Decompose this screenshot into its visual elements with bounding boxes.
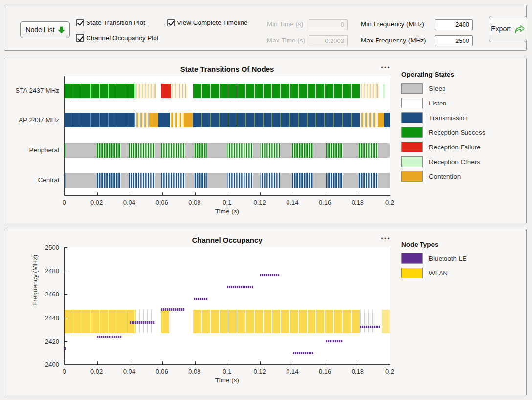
x-tick-label: 0.08: [184, 199, 205, 206]
legend-label: WLAN: [429, 270, 448, 277]
x-tick-label: 0.08: [184, 368, 205, 375]
checkbox-view-complete-timeline[interactable]: View Complete Timeline: [167, 19, 248, 26]
x-tick-mark: [293, 192, 293, 195]
segment-rx-success-blocks: [65, 84, 135, 98]
bluetooth-le-segment: [293, 352, 313, 354]
segment-contention: [135, 113, 150, 127]
legend-label: Sleep: [429, 85, 446, 92]
segment-contention-solid: [184, 113, 193, 127]
segment-ble-tx-band: [97, 173, 121, 188]
x-tick-label: 0.14: [282, 368, 303, 375]
legend-item-reception-others: Reception Others: [401, 156, 524, 167]
x-tick-mark: [162, 361, 163, 364]
row-label-peripheral: Peripheral: [29, 147, 59, 154]
row-label-ap-2437-mhz: AP 2437 MHz: [19, 116, 59, 124]
segment-rx-others: [383, 84, 385, 98]
x-tick-mark: [293, 361, 293, 364]
dropdown-arrow-icon: [58, 26, 65, 34]
bluetooth-le-segment: [260, 274, 280, 276]
x-tick-mark: [326, 192, 326, 195]
legend-item-wlan: WLAN: [401, 268, 524, 278]
segment-ble-rx-band: [227, 143, 253, 158]
axes-menu-icon[interactable]: •••: [376, 235, 396, 242]
timeline-cursor: [390, 76, 390, 196]
x-tick-label: 0: [53, 199, 75, 206]
segment-ble-tx-band: [129, 173, 155, 188]
wlan-segment-sparse: [360, 310, 375, 333]
export-button[interactable]: Export: [489, 16, 527, 42]
segment-tx-blocks: [193, 113, 359, 127]
y-tick-mark: [65, 318, 67, 318]
segment-ble-rx-band: [97, 143, 121, 158]
segment-ble-tx-band: [260, 173, 280, 188]
y-tick-mark: [65, 341, 67, 342]
segment-rx-failure: [161, 84, 172, 98]
y-tick-label: 2420: [45, 338, 59, 345]
segment-ble-rx-band: [326, 143, 344, 158]
legend-item-reception-success: Reception Success: [401, 127, 524, 138]
bluetooth-le-segment: [130, 321, 155, 324]
bluetooth-le-segment: [326, 340, 344, 342]
bluetooth-le-segment: [360, 326, 380, 328]
segment-ble-tx-band: [161, 173, 185, 188]
checkbox-label: Channel Occupancy Plot: [86, 34, 159, 42]
occupancy-plot-area: [64, 247, 390, 365]
legend-swatch-reception-success: [401, 127, 423, 138]
legend-label: Contention: [429, 173, 461, 180]
x-tick-label: 0.04: [118, 199, 140, 206]
y-tick-mark: [65, 247, 67, 248]
max-frequency-label: Max Frequency (MHz): [361, 37, 426, 44]
axes-menu-icon[interactable]: •••: [376, 64, 396, 71]
bluetooth-le-segment: [161, 308, 185, 311]
y-tick-label: 2480: [45, 267, 59, 274]
checkbox-checked-icon: [76, 19, 84, 26]
min-time-label: Min Time (s): [267, 21, 303, 28]
state-transitions-panel: State Transitions Of Nodes ••• Time (s) …: [4, 58, 527, 223]
legend-title: Operating States: [401, 71, 524, 78]
state-plot-area: [64, 76, 390, 196]
y-tick-mark: [65, 271, 67, 271]
checkbox-channel-occupancy-plot[interactable]: Channel Occupancy Plot: [76, 34, 159, 42]
legend-label: Transmission: [429, 114, 468, 122]
segment-contention-light: [171, 84, 187, 98]
min-frequency-input[interactable]: [435, 19, 473, 30]
x-tick-label: 0.04: [118, 368, 140, 375]
y-tick-label: 2440: [45, 315, 59, 322]
min-time-input: [309, 19, 348, 30]
x-tick-mark: [195, 361, 196, 364]
segment-ble-rx-band: [161, 143, 185, 158]
legend-swatch-wlan: [401, 268, 423, 278]
legend-item-contention: Contention: [401, 171, 524, 182]
y-tick-label: 2400: [45, 361, 59, 368]
segment-contention-light: [360, 84, 380, 98]
checkbox-checked-icon: [76, 34, 84, 42]
legend-items: Bluetooth LEWLAN: [401, 253, 524, 278]
legend-item-listen: Listen: [401, 98, 524, 108]
legend-swatch-listen: [401, 98, 423, 108]
x-tick-mark: [65, 361, 65, 364]
segment-ble-tx-band: [326, 173, 344, 188]
node-list-button[interactable]: Node List: [20, 21, 70, 38]
segment-tx-solid: [158, 113, 170, 127]
legend-label: Listen: [429, 100, 446, 107]
legend-swatch-transmission: [401, 112, 423, 123]
legend-item-transmission: Transmission: [401, 112, 524, 123]
export-label: Export: [491, 25, 510, 33]
wlan-segment-light: [382, 310, 390, 333]
legend-label: Reception Success: [429, 129, 486, 136]
wlan-segment-solid: [65, 310, 135, 333]
legend-item-sleep: Sleep: [401, 83, 524, 94]
x-tick-mark: [260, 361, 261, 364]
x-tick-label: 0.16: [314, 368, 336, 375]
segment-rx-success-blocks: [193, 84, 359, 98]
segment-ble-tx-band: [65, 173, 66, 188]
y-tick-mark: [65, 294, 67, 295]
checkbox-state-transition-plot[interactable]: State Transition Plot: [76, 19, 145, 26]
x-tick-mark: [228, 361, 228, 364]
checkbox-checked-icon: [167, 19, 175, 26]
x-tick-label: 0.02: [86, 368, 108, 375]
max-frequency-input[interactable]: [435, 35, 473, 46]
segment-contention-solid: [378, 113, 384, 127]
x-tick-mark: [65, 192, 65, 195]
segment-ble-rx-band: [195, 143, 207, 158]
